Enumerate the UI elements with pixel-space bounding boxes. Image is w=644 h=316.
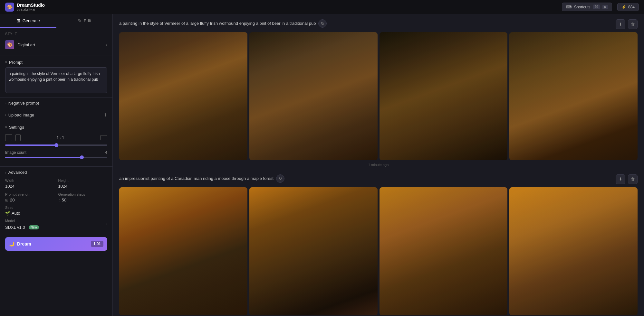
aspect-slider-track[interactable] <box>5 144 107 146</box>
gen-image-2-3[interactable] <box>380 187 508 315</box>
shortcuts-label: Shortcuts <box>574 5 591 9</box>
gen-image-2-1[interactable] <box>119 187 247 315</box>
gen-image-2-4[interactable] <box>509 187 638 315</box>
model-name: SDXL v1.0 <box>5 225 25 230</box>
height-label: Height <box>58 179 108 182</box>
negative-prompt-section[interactable]: › Negative prompt <box>0 98 112 109</box>
logo-text: DreamStudio by stability.ai <box>17 3 45 12</box>
settings-chevron-icon: ▾ <box>5 125 7 129</box>
gen-images-1 <box>119 32 638 160</box>
image-count-slider-track[interactable] <box>5 157 107 158</box>
dream-button[interactable]: 🌙 Dream 1.01 <box>5 237 107 251</box>
shortcuts-button[interactable]: ⌨ Shortcuts ⌘ K <box>562 3 612 11</box>
gen-refresh-button-2[interactable]: ↻ <box>276 174 284 183</box>
seed-number: Auto <box>12 211 20 216</box>
gen-image-1-1[interactable] <box>119 32 247 160</box>
tab-edit[interactable]: ✎ Edit <box>56 14 113 28</box>
gen-download-button-1[interactable]: ⬇ <box>616 19 625 29</box>
aspect-square-icon[interactable] <box>5 134 12 141</box>
style-selector[interactable]: 🎨 Digital art › <box>5 38 107 51</box>
settings-section: ▾ Settings 1 : 1 <box>0 121 112 167</box>
image-count-value: 4 <box>105 150 107 155</box>
aspect-ratio-value: 1 : 1 <box>57 135 64 140</box>
style-name-label: Digital art <box>17 42 35 47</box>
gen-header-2: an impressionist painting of a Canadian … <box>119 174 638 184</box>
app-subtitle: by stability.ai <box>17 8 45 11</box>
prompt-input[interactable]: a painting in the style of Vermeer of a … <box>5 67 107 93</box>
style-section-label: Style <box>5 32 107 36</box>
width-value: 1024 <box>5 184 54 189</box>
dream-left: 🌙 Dream <box>9 241 31 246</box>
gen-actions-1: ⬇ 🗑 <box>616 19 638 29</box>
gen-image-1-3[interactable] <box>380 32 508 160</box>
tab-generate[interactable]: ⊞ Generate <box>0 14 56 28</box>
topbar: 🎨 DreamStudio by stability.ai ⌨ Shortcut… <box>0 0 644 14</box>
height-value: 1024 <box>58 184 108 189</box>
prompt-strength-value: ⊞ 20 <box>5 198 54 202</box>
gen-prompt-text-1: a painting in the style of Vermeer of a … <box>119 21 316 26</box>
dream-moon-icon: 🌙 <box>9 241 14 246</box>
prompt-strength-field: Prompt strength ⊞ 20 <box>5 192 54 202</box>
gen-refresh-button-1[interactable]: ↻ <box>318 19 327 28</box>
gen-download-button-2[interactable]: ⬇ <box>616 174 625 184</box>
grid-icon: ⊞ <box>5 198 8 202</box>
gen-header-1: a painting in the style of Vermeer of a … <box>119 19 638 29</box>
gen-prompt-row-2: an impressionist painting of a Canadian … <box>119 174 616 183</box>
negative-prompt-left: › Negative prompt <box>5 101 39 106</box>
keyboard-icon: ⌨ <box>566 5 572 9</box>
gen-timestamp-1: 1 minute ago <box>119 163 638 167</box>
generation-steps-field: Generation steps ↕ 50 <box>58 192 108 202</box>
credits-value: 884 <box>628 5 635 9</box>
tab-edit-label: Edit <box>84 18 91 23</box>
edit-tab-icon: ✎ <box>78 18 82 23</box>
topbar-right: ⌨ Shortcuts ⌘ K ⚡ 884 <box>562 3 639 11</box>
width-label: Width <box>5 179 54 182</box>
steps-icon: ↕ <box>58 198 60 202</box>
logo-area: 🎨 DreamStudio by stability.ai <box>5 3 45 12</box>
tab-generate-label: Generate <box>23 18 40 23</box>
model-label: Model <box>5 219 39 223</box>
aspect-portrait-icon[interactable] <box>15 134 21 141</box>
settings-header[interactable]: ▾ Settings <box>5 125 107 130</box>
gen-delete-button-2[interactable]: 🗑 <box>628 174 638 184</box>
credits-button[interactable]: ⚡ 884 <box>617 3 639 11</box>
settings-label: Settings <box>9 125 24 130</box>
style-left: 🎨 Digital art <box>5 40 35 49</box>
gen-image-2-2[interactable] <box>249 187 378 315</box>
aspect-slider-container <box>5 144 107 146</box>
generation-steps-label: Generation steps <box>58 192 108 196</box>
advanced-section: › Advanced Width 1024 Height 1024 Prompt… <box>0 167 112 233</box>
prompt-section: ▾ Prompt a painting in the style of Verm… <box>0 55 112 98</box>
gen-image-1-4[interactable] <box>509 32 638 160</box>
advanced-header[interactable]: › Advanced <box>5 170 107 175</box>
negative-prompt-chevron-icon: › <box>5 101 6 105</box>
gen-images-2 <box>119 187 638 315</box>
prompt-chevron-icon: ▾ <box>5 60 7 64</box>
shortcut-key-k: K <box>602 5 608 9</box>
dream-label: Dream <box>17 241 31 246</box>
gen-delete-button-1[interactable]: 🗑 <box>628 19 638 29</box>
seed-value: 🌱 Auto <box>5 211 107 216</box>
gen-actions-2: ⬇ 🗑 <box>616 174 638 184</box>
content-area: a painting in the style of Vermeer of a … <box>113 14 644 316</box>
model-row[interactable]: Model SDXL v1.0 New › <box>5 219 107 230</box>
aspect-landscape-icon[interactable] <box>100 135 107 140</box>
model-value: SDXL v1.0 New <box>5 225 39 230</box>
aspect-icons <box>5 134 21 141</box>
generation-steps-number: 50 <box>62 198 66 202</box>
image-count-fill <box>5 157 82 158</box>
upload-image-section[interactable]: › Upload image ⬆ <box>0 109 112 121</box>
prompt-strength-label: Prompt strength <box>5 192 54 196</box>
advanced-grid: Width 1024 Height 1024 Prompt strength ⊞… <box>5 179 107 202</box>
new-badge: New <box>29 225 39 229</box>
aspect-slider-thumb[interactable] <box>54 143 58 147</box>
tabs: ⊞ Generate ✎ Edit <box>0 14 112 28</box>
prompt-label: Prompt <box>9 60 23 65</box>
model-chevron-icon: › <box>106 222 107 227</box>
advanced-chevron-icon: › <box>5 171 6 174</box>
gen-image-1-2[interactable] <box>249 32 378 160</box>
dream-cost: 1.01 <box>91 241 103 247</box>
shortcut-key-cmd: ⌘ <box>593 5 600 9</box>
prompt-header[interactable]: ▾ Prompt <box>5 59 107 67</box>
image-count-thumb[interactable] <box>80 155 84 159</box>
